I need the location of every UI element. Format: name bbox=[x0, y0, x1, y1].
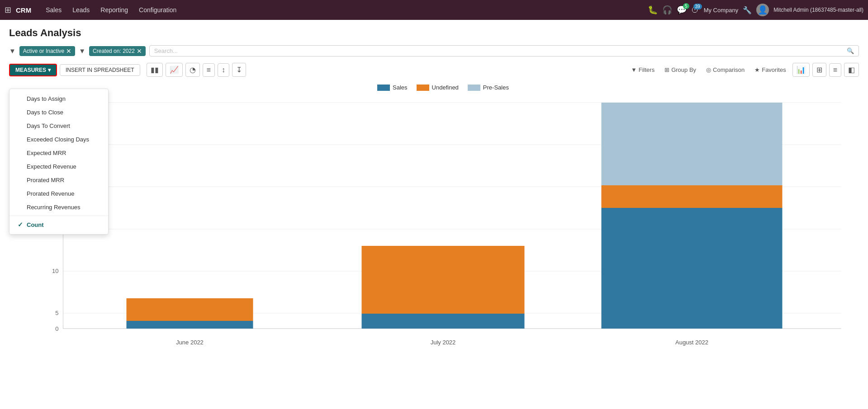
asc-sort-icon-btn[interactable]: ↕ bbox=[218, 63, 229, 77]
desc-sort-icon-btn[interactable]: ↧ bbox=[232, 63, 246, 77]
wrench-icon[interactable]: 🔧 bbox=[743, 6, 752, 14]
favorites-label: Favorites bbox=[762, 66, 786, 73]
legend-pre-sales: Pre-Sales bbox=[468, 84, 509, 91]
june-sales-bar[interactable] bbox=[127, 321, 253, 329]
pivot-view-btn[interactable]: ◧ bbox=[844, 63, 859, 77]
stacked-chart-icon-btn[interactable]: ≡ bbox=[203, 63, 215, 77]
aug-pre-sales-bar[interactable] bbox=[602, 103, 783, 185]
nav-reporting[interactable]: Reporting bbox=[96, 5, 133, 15]
comparison-label: Comparison bbox=[713, 66, 745, 73]
line-chart-icon-btn[interactable]: 📈 bbox=[166, 63, 183, 77]
measures-item-prorated-revenue[interactable]: Prorated Revenue bbox=[9, 187, 108, 200]
pre-sales-legend-color bbox=[468, 85, 480, 91]
chat-badge: 5 bbox=[683, 3, 689, 9]
nav-links: Sales Leads Reporting Configuration bbox=[41, 5, 645, 15]
measures-item-recurring-revenues[interactable]: Recurring Revenues bbox=[9, 200, 108, 214]
bar-chart-icon-btn[interactable]: ▮▮ bbox=[147, 63, 163, 77]
pre-sales-legend-label: Pre-Sales bbox=[483, 84, 509, 91]
app-name[interactable]: CRM bbox=[16, 6, 31, 14]
measures-item-prorated-mrr[interactable]: Prorated MRR bbox=[9, 173, 108, 187]
clock-badge: 39 bbox=[693, 4, 702, 9]
company-name[interactable]: My Company bbox=[704, 7, 739, 14]
chart-svg: 30 25 20 15 10 5 0 June 2022 July 20 bbox=[27, 98, 859, 351]
active-filter-close[interactable]: ✕ bbox=[66, 47, 71, 55]
measures-label: MEASURES bbox=[15, 67, 46, 73]
measures-item-days-to-convert[interactable]: Days To Convert bbox=[9, 119, 108, 132]
nav-leads[interactable]: Leads bbox=[68, 5, 94, 15]
sales-legend-label: Sales bbox=[393, 84, 408, 91]
search-icon: 🔍 bbox=[847, 47, 854, 54]
page-title: Leads Analysis bbox=[9, 27, 859, 39]
filter-row: ▼ Active or Inactive ✕ ▼ Created on: 202… bbox=[9, 45, 859, 56]
star-icon: ★ bbox=[754, 66, 760, 73]
nav-right: 🐛 🎧 💬 5 ⏱ 39 My Company 🔧 👤 Mitchell Adm… bbox=[648, 4, 863, 16]
comparison-button[interactable]: ◎ Comparison bbox=[702, 65, 748, 75]
july-x-label: July 2022 bbox=[431, 339, 456, 346]
measures-dropdown: Days to Assign Days to Close Days To Con… bbox=[9, 89, 109, 235]
nav-configuration[interactable]: Configuration bbox=[134, 5, 181, 15]
active-filter-label: Active or Inactive bbox=[23, 48, 64, 54]
table-view-btn[interactable]: ⊞ bbox=[812, 63, 826, 77]
july-sales-bar[interactable] bbox=[362, 314, 525, 329]
july-undefined-bar[interactable] bbox=[362, 246, 525, 314]
user-avatar[interactable]: 👤 bbox=[756, 4, 769, 16]
list-view-btn[interactable]: ≡ bbox=[829, 63, 841, 77]
comparison-icon: ◎ bbox=[706, 66, 711, 73]
undefined-legend-color bbox=[417, 85, 429, 91]
search-placeholder: Search... bbox=[154, 47, 178, 54]
created-filter-label: Created on: 2022 bbox=[93, 48, 135, 54]
created-filter-tag[interactable]: Created on: 2022 ✕ bbox=[89, 46, 146, 56]
user-name[interactable]: Mitchell Admin (18637485-master-all) bbox=[773, 7, 863, 13]
control-row: MEASURES ▾ INSERT IN SPREADSHEET ▮▮ 📈 ◔ … bbox=[9, 63, 859, 77]
filters-button[interactable]: ▼ Filters bbox=[627, 65, 658, 75]
measures-divider bbox=[9, 216, 108, 216]
groupby-button[interactable]: ⊞ Group By bbox=[661, 65, 700, 75]
measures-dropdown-menu: Days to Assign Days to Close Days To Con… bbox=[9, 89, 109, 235]
groupby-label: Group By bbox=[671, 66, 696, 73]
filter-icon: ▼ bbox=[9, 47, 16, 55]
top-navigation: ⊞ CRM Sales Leads Reporting Configuratio… bbox=[0, 0, 868, 20]
measures-button[interactable]: MEASURES ▾ bbox=[9, 64, 57, 76]
measures-item-expected-revenue[interactable]: Expected Revenue bbox=[9, 160, 108, 173]
legend-sales: Sales bbox=[377, 84, 408, 91]
aug-x-label: August 2022 bbox=[675, 339, 708, 346]
groupby-icon: ⊞ bbox=[664, 66, 669, 73]
grid-icon[interactable]: ⊞ bbox=[5, 5, 11, 15]
chat-badge-btn[interactable]: 💬 5 bbox=[677, 5, 687, 15]
svg-text:10: 10 bbox=[52, 268, 58, 274]
bar-view-btn[interactable]: 📊 bbox=[792, 63, 810, 77]
insert-spreadsheet-button[interactable]: INSERT IN SPREADSHEET bbox=[60, 64, 140, 76]
nav-sales[interactable]: Sales bbox=[41, 5, 66, 15]
chart-legend: Sales Undefined Pre-Sales bbox=[27, 84, 859, 91]
measures-item-days-to-assign[interactable]: Days to Assign bbox=[9, 92, 108, 105]
created-filter-close[interactable]: ✕ bbox=[137, 47, 142, 55]
bug-icon[interactable]: 🐛 bbox=[648, 5, 658, 15]
active-filter-tag[interactable]: Active or Inactive ✕ bbox=[19, 46, 75, 56]
created-filter-icon: ▼ bbox=[79, 47, 85, 55]
measures-item-exceeded-closing-days[interactable]: Exceeded Closing Days bbox=[9, 132, 108, 146]
pie-chart-icon-btn[interactable]: ◔ bbox=[185, 63, 200, 77]
chart-area: Sales Undefined Pre-Sales bbox=[9, 84, 859, 369]
measures-item-days-to-close[interactable]: Days to Close bbox=[9, 105, 108, 119]
june-x-label: June 2022 bbox=[176, 339, 204, 346]
filter-funnel-icon: ▼ bbox=[631, 66, 637, 73]
measures-arrow: ▾ bbox=[48, 67, 51, 73]
measures-item-count[interactable]: ✓ Count bbox=[9, 218, 108, 231]
measures-item-expected-mrr[interactable]: Expected MRR bbox=[9, 146, 108, 160]
aug-sales-bar[interactable] bbox=[602, 208, 783, 329]
undefined-legend-label: Undefined bbox=[432, 84, 459, 91]
svg-text:0: 0 bbox=[55, 325, 58, 332]
headset-icon[interactable]: 🎧 bbox=[662, 5, 672, 15]
page-content: Leads Analysis ▼ Active or Inactive ✕ ▼ … bbox=[0, 20, 868, 376]
svg-text:5: 5 bbox=[55, 310, 58, 316]
june-undefined-bar[interactable] bbox=[127, 298, 253, 321]
clock-badge-btn[interactable]: ⏱ 39 bbox=[691, 5, 699, 15]
search-box[interactable]: Search... 🔍 bbox=[149, 45, 859, 56]
legend-undefined: Undefined bbox=[417, 84, 459, 91]
aug-undefined-bar[interactable] bbox=[602, 185, 783, 208]
favorites-button[interactable]: ★ Favorites bbox=[751, 65, 789, 75]
filters-label: Filters bbox=[639, 66, 655, 73]
sales-legend-color bbox=[377, 85, 390, 91]
